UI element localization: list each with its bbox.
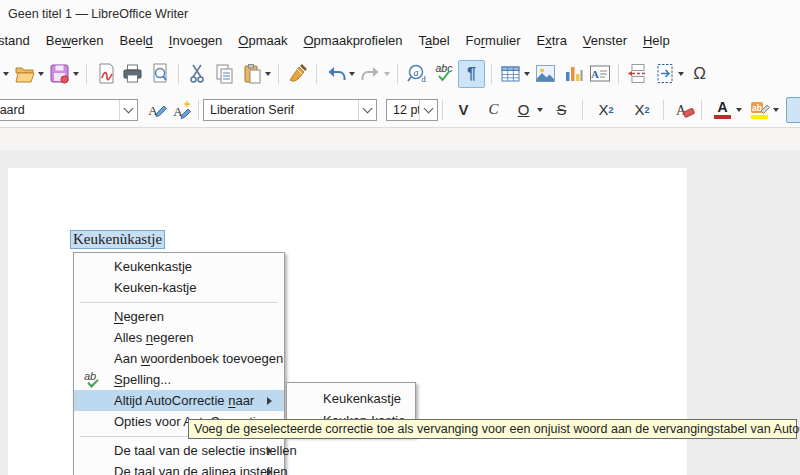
subscript-button[interactable]: X2 (627, 98, 657, 122)
toolbar-separator (316, 64, 317, 84)
special-character-button[interactable]: Ω (687, 61, 712, 87)
toolbar-separator (397, 64, 398, 84)
copy-button[interactable] (212, 61, 237, 87)
paste-icon (242, 63, 262, 84)
cut-button[interactable] (185, 61, 210, 87)
ruler-band: 1 123456789101112131415161718⊥⊥⊥⊥⊥⊥⊥⊥⊥⊥⊥… (0, 128, 800, 150)
undo-button[interactable] (323, 61, 348, 87)
spellcheck-context-menu: Keukenkastje Keuken-kastje Negeren Alles… (73, 252, 285, 475)
menu-beeld[interactable]: Beeld (112, 29, 161, 52)
font-color-button[interactable]: A (710, 97, 735, 123)
insert-table-dropdown-arrow[interactable] (524, 72, 530, 79)
menu-separator (74, 298, 284, 306)
toolbar-separator (442, 100, 443, 120)
insert-textbox-icon: A (589, 64, 611, 83)
menu-item-suggestion-2[interactable]: Keuken-kastje (74, 277, 284, 298)
open-button[interactable] (12, 61, 37, 87)
update-style-icon: A (146, 99, 168, 121)
bold-button[interactable]: V (451, 98, 476, 122)
redo-dropdown-arrow[interactable] (384, 72, 390, 79)
insert-table-button[interactable] (498, 61, 523, 87)
title-bar: Geen titel 1 — LibreOffice Writer (0, 0, 800, 26)
paragraph-style-combo[interactable]: Standaard (0, 99, 138, 121)
superscript-button[interactable]: X2 (591, 98, 621, 122)
font-size-dropdown[interactable] (419, 100, 437, 120)
find-replace-button[interactable]: ad (404, 61, 429, 87)
partial-toolbar-button[interactable] (786, 97, 800, 123)
toolbar-separator (178, 64, 179, 84)
svg-text:a: a (413, 67, 418, 78)
formatting-marks-toggle[interactable]: ¶ (458, 60, 485, 88)
insert-image-icon (535, 64, 556, 83)
open-dropdown-arrow[interactable] (38, 72, 44, 79)
copy-icon (214, 63, 235, 84)
menu-item-set-language-selection[interactable]: De taal van de selectie instellen (74, 440, 284, 461)
spelling-button[interactable]: abc (431, 61, 456, 87)
new-style-button[interactable]: A (169, 97, 194, 123)
highlight-color-dropdown-arrow[interactable] (773, 108, 779, 115)
insert-textbox-button[interactable]: A (587, 61, 612, 87)
redo-icon (360, 64, 382, 84)
italic-button[interactable]: C (481, 98, 506, 122)
toolbar-separator (198, 100, 199, 120)
font-name-dropdown[interactable] (358, 100, 376, 120)
new-style-icon: A (171, 99, 193, 121)
paste-button[interactable] (239, 61, 264, 87)
selected-word[interactable]: Keukenùkastje (70, 230, 165, 249)
font-size-combo[interactable]: 12 pt (386, 99, 438, 121)
menu-extra[interactable]: Extra (529, 29, 575, 52)
underline-dropdown-arrow[interactable] (537, 108, 543, 115)
underline-button[interactable]: O (511, 98, 536, 122)
print-preview-button[interactable] (147, 61, 172, 87)
formatting-toolbar: Standaard A A Liberation Serif 12 pt V C… (0, 92, 800, 128)
insert-page-break-button[interactable] (625, 61, 650, 87)
paragraph-style-dropdown[interactable] (119, 100, 137, 120)
print-preview-icon (150, 63, 170, 84)
menu-item-add-to-dictionary[interactable]: Aan woordenboek toevoegen (74, 348, 284, 369)
svg-text:A: A (591, 68, 599, 80)
svg-text:ab: ab (752, 103, 762, 113)
menu-bestand[interactable]: Bestand (0, 29, 38, 52)
svg-text:d: d (421, 74, 426, 84)
submenu-item-suggestion-1[interactable]: Keukenkastje (287, 387, 415, 409)
insert-table-icon (500, 64, 521, 84)
menu-item-set-language-paragraph[interactable]: De taal van de alinea instellen (74, 461, 284, 475)
menu-invoegen[interactable]: Invoegen (161, 29, 231, 52)
menu-bewerken[interactable]: Bewerken (38, 29, 112, 52)
insert-field-dropdown-arrow[interactable] (678, 72, 684, 79)
font-name-combo[interactable]: Liberation Serif (203, 99, 377, 121)
clone-formatting-button[interactable] (285, 61, 310, 87)
find-replace-icon: ad (406, 63, 428, 84)
print-button[interactable] (120, 61, 145, 87)
menu-help[interactable]: Help (635, 29, 678, 52)
clear-formatting-button[interactable]: A (672, 97, 697, 123)
menu-item-ignore[interactable]: Negeren (74, 306, 284, 327)
strikethrough-button[interactable]: S (549, 98, 574, 122)
undo-dropdown-arrow[interactable] (349, 72, 355, 79)
toolbar-separator (278, 64, 279, 84)
menu-item-autocorrect-to[interactable]: Altijd AutoCorrectie naar (74, 390, 284, 411)
menu-tabel[interactable]: Tabel (411, 29, 458, 52)
redo-button[interactable] (358, 61, 383, 87)
menu-formulier[interactable]: Formulier (458, 29, 529, 52)
menu-item-ignore-all[interactable]: Alles negeren (74, 327, 284, 348)
font-color-icon: A (714, 100, 731, 119)
update-style-button[interactable]: A (144, 97, 169, 123)
menu-opmaak[interactable]: Opmaak (230, 29, 295, 52)
menu-item-spelling[interactable]: abSpelling... (74, 369, 284, 390)
paste-dropdown-arrow[interactable] (265, 72, 271, 79)
toolbar-separator (663, 100, 664, 120)
submenu-arrow-icon (267, 397, 276, 405)
insert-chart-button[interactable] (560, 61, 585, 87)
menu-venster[interactable]: Venster (575, 29, 635, 52)
new-document-dropdown-arrow[interactable] (3, 72, 9, 79)
font-color-dropdown-arrow[interactable] (736, 108, 742, 115)
menu-opmaakprofielen[interactable]: Opmaakprofielen (295, 29, 410, 52)
insert-field-button[interactable] (652, 61, 677, 87)
save-button[interactable] (47, 61, 72, 87)
save-dropdown-arrow[interactable] (73, 72, 79, 79)
export-pdf-button[interactable] (93, 61, 118, 87)
menu-item-suggestion-1[interactable]: Keukenkastje (74, 256, 284, 277)
highlight-color-button[interactable]: ab (747, 97, 772, 123)
insert-image-button[interactable] (533, 61, 558, 87)
